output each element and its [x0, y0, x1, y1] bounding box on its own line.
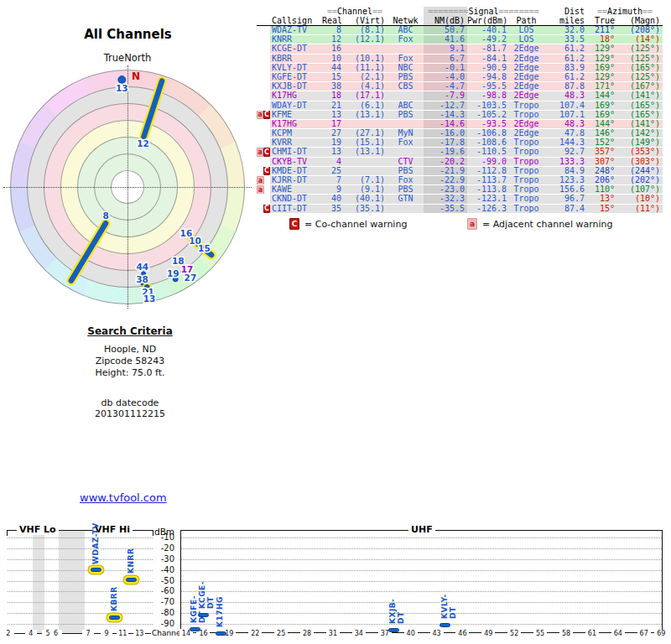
- channel-tick-label: 52: [507, 630, 521, 637]
- channel-tick-label: 69: [654, 630, 668, 637]
- channel-tick-label: 46: [455, 630, 469, 637]
- channel-tick-label: 67: [637, 630, 651, 637]
- dbm-gridline: [8, 602, 153, 603]
- channel-tick-label: 55: [533, 630, 547, 637]
- dbm-tick-label: -20: [153, 543, 174, 553]
- dbm-tick-label: -30: [153, 554, 174, 564]
- channel-tick-label: 25: [274, 630, 288, 637]
- vhf-spectrum-gap-band: [33, 531, 44, 633]
- channel-tick-label: 22: [248, 630, 262, 637]
- signal-marker: [91, 568, 101, 572]
- vhf-panel-corner: [153, 530, 153, 536]
- channel-tick-label: 4: [25, 630, 37, 637]
- dbm-gridline: [8, 538, 153, 538]
- dbm-tick-label: -70: [153, 597, 174, 606]
- channel-tick-label: 64: [611, 630, 625, 637]
- channel-tick-label: 43: [430, 630, 444, 637]
- uhf-section-label: UHF: [408, 524, 435, 535]
- vhf-lo-section-label: VHF Lo: [17, 524, 59, 535]
- signal-marker-callsign-label: K17HG: [216, 596, 224, 627]
- signal-marker: [109, 615, 120, 620]
- uhf-panel-border: [180, 530, 663, 633]
- dbm-tick-label: -80: [153, 608, 174, 617]
- dbm-tick-label: -40: [153, 565, 174, 574]
- channel-tick-label: 31: [326, 630, 340, 637]
- channel-tick-label: 58: [559, 630, 573, 637]
- dbm-tick-label: -90: [153, 619, 174, 628]
- signal-marker: [388, 628, 399, 632]
- channel-tick-label: 49: [481, 630, 495, 637]
- vhf-spectrum-gap-band: [59, 531, 85, 633]
- signal-marker-callsign-label: KNRR: [127, 548, 135, 574]
- signal-marker-callsign-label: WDAZ-TV: [91, 522, 100, 564]
- channel-tick-label: 61: [585, 630, 599, 637]
- dbm-axis-label: dBm: [154, 527, 174, 537]
- channel-tick-label: 2: [3, 630, 14, 637]
- channel-tick-label: 40: [404, 630, 418, 637]
- signal-marker: [126, 578, 137, 582]
- vhf-panel-corner: [7, 530, 8, 536]
- signal-marker: [190, 627, 200, 631]
- channel-tick-label: 7: [82, 630, 94, 637]
- channel-tick-label: 34: [352, 630, 366, 637]
- signal-strength-chart: -10-20-30-40-50-60-70-80-90VHF LoVHF HiU…: [0, 0, 671, 644]
- signal-marker-callsign-label: KVLY-DT: [440, 594, 457, 619]
- dbm-gridline: [8, 624, 153, 625]
- signal-marker: [198, 613, 209, 617]
- signal-marker-callsign-label: KBRR: [110, 587, 118, 612]
- channel-tick-label: 13: [133, 630, 145, 637]
- signal-marker: [440, 623, 450, 627]
- tvfool-report: All Channels TrueNorth N 131281610151817…: [0, 0, 671, 644]
- signal-marker-callsign-label: KXJB-DT: [388, 599, 405, 624]
- dbm-gridline: [8, 613, 153, 614]
- dbm-tick-label: -50: [153, 576, 174, 585]
- channel-tick-label: 9: [101, 630, 112, 637]
- channel-tick-label: 11: [117, 630, 128, 637]
- signal-marker-callsign-label: KCGE-DT: [198, 574, 215, 610]
- channel-tick-label: 6: [50, 630, 62, 637]
- channel-tick-label: 28: [300, 630, 314, 637]
- signal-marker: [216, 631, 226, 636]
- dbm-gridline: [8, 591, 153, 592]
- dbm-tick-label: -60: [153, 586, 174, 595]
